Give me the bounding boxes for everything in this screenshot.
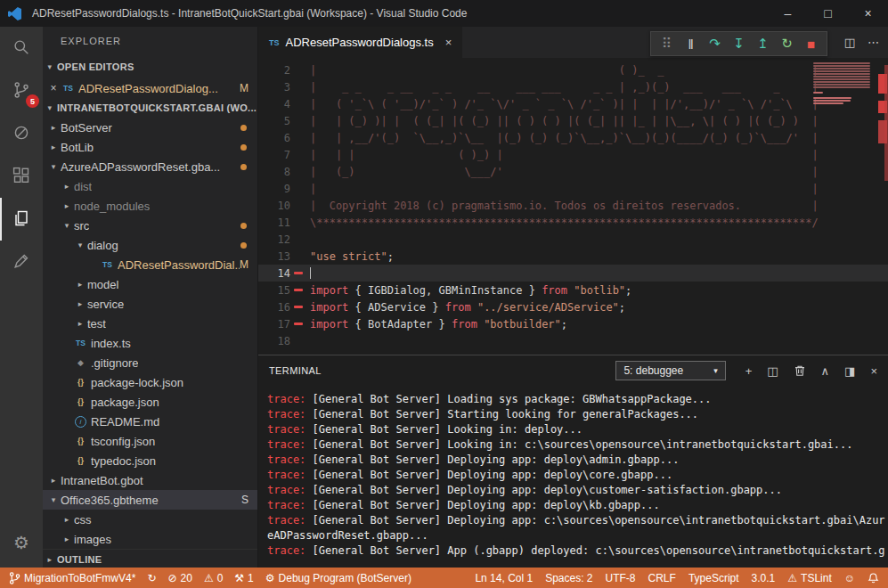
code-line[interactable]: 18 bbox=[258, 332, 888, 349]
step-out-icon[interactable]: ↥ bbox=[751, 33, 775, 54]
line-number[interactable]: 6 bbox=[258, 132, 290, 144]
drag-handle-icon[interactable]: ⠿ bbox=[655, 33, 679, 54]
activity-bar-item-search[interactable] bbox=[0, 27, 43, 69]
pause-icon[interactable]: ‖ bbox=[679, 33, 703, 54]
tree-item[interactable]: ▾dialog bbox=[43, 235, 257, 255]
tree-item[interactable]: {}package-lock.json bbox=[43, 372, 257, 392]
tree-item[interactable]: ◆.gitignore bbox=[43, 353, 257, 372]
tree-item[interactable]: ▸dist bbox=[43, 176, 257, 196]
line-number[interactable]: 17 bbox=[258, 318, 290, 331]
code-line[interactable]: 16import { ADService } from "../service/… bbox=[258, 298, 888, 315]
tree-item[interactable]: ▸css bbox=[43, 510, 257, 529]
line-number[interactable]: 10 bbox=[258, 200, 290, 212]
split-editor-icon[interactable]: ◫ bbox=[844, 36, 855, 49]
outline-section-header[interactable]: ▸ OUTLINE bbox=[43, 549, 257, 568]
status-errors[interactable]: ⊘20 bbox=[167, 572, 191, 584]
settings-gear-icon[interactable]: ⚙ bbox=[0, 523, 43, 562]
line-number[interactable]: 5 bbox=[258, 115, 290, 127]
close-icon[interactable]: × bbox=[445, 36, 452, 49]
code-line[interactable]: 12 bbox=[258, 231, 888, 248]
code-line[interactable]: 11\*************************************… bbox=[258, 214, 888, 231]
close-icon[interactable]: × bbox=[46, 82, 61, 94]
terminal-session-select[interactable]: 5: debuggee ▾ bbox=[615, 361, 725, 380]
status-indentation[interactable]: Spaces: 2 bbox=[545, 572, 592, 584]
line-number[interactable]: 7 bbox=[258, 149, 290, 161]
status-warnings[interactable]: ⚠0 bbox=[204, 572, 223, 584]
line-number[interactable]: 4 bbox=[258, 98, 290, 110]
maximize-panel-icon[interactable]: ∧ bbox=[821, 364, 830, 378]
minimize-button[interactable]: – bbox=[768, 0, 808, 27]
line-number[interactable]: 15 bbox=[258, 284, 290, 297]
line-number[interactable]: 12 bbox=[258, 233, 290, 246]
line-number[interactable]: 14 bbox=[258, 267, 290, 280]
status-notifications[interactable] bbox=[868, 572, 879, 584]
minimap[interactable] bbox=[810, 58, 876, 355]
code-line[interactable]: 17import { BotAdapter } from "botbuilder… bbox=[258, 315, 888, 332]
code-line[interactable]: 8| (_) \___/' | bbox=[258, 163, 888, 180]
stop-icon[interactable]: ■ bbox=[799, 33, 823, 54]
tree-item[interactable]: ▸test bbox=[43, 314, 257, 333]
line-number[interactable]: 2 bbox=[258, 64, 290, 77]
code-line[interactable]: 9| | bbox=[258, 180, 888, 197]
tree-item[interactable]: ▸IntranetBot.gbot bbox=[43, 470, 257, 490]
split-terminal-icon[interactable]: ◫ bbox=[767, 364, 778, 378]
step-over-icon[interactable]: ↷ bbox=[703, 33, 727, 54]
toggle-panel-icon[interactable]: ◨ bbox=[844, 364, 855, 378]
open-editors-header[interactable]: ▾ OPEN EDITORS bbox=[43, 55, 257, 78]
workspace-section-header[interactable]: ▾ INTRANETBOTQUICKSTART.GBAI (WO... bbox=[43, 98, 257, 118]
new-terminal-icon[interactable]: + bbox=[745, 364, 753, 378]
tree-item[interactable]: TSADResetPasswordDial...M bbox=[43, 255, 257, 274]
tree-item[interactable]: TSindex.ts bbox=[43, 333, 257, 353]
activity-bar-item-source-control[interactable]: 5 bbox=[0, 69, 43, 112]
status-language[interactable]: TypeScript bbox=[688, 572, 739, 584]
code-editor[interactable]: 2| ( )_ _ |3| _ _ _ __ _ _ __ ___ ___ _ … bbox=[258, 58, 888, 355]
tree-item[interactable]: ▾AzureADPasswordReset.gba... bbox=[43, 157, 257, 176]
tree-item[interactable]: iREADME.md bbox=[43, 412, 257, 431]
code-line[interactable]: 10| Copyright 2018 (c) pragmatismo.io. T… bbox=[258, 197, 888, 214]
status-encoding[interactable]: UTF-8 bbox=[606, 572, 636, 584]
open-editor-item[interactable]: × TS ADResetPasswordDialog... M bbox=[43, 78, 257, 98]
code-line[interactable]: 3| _ _ _ __ _ _ __ ___ ___ _ _ | ,_)(_) … bbox=[258, 78, 888, 95]
status-sync[interactable]: ↻ bbox=[147, 572, 156, 584]
status-feedback[interactable]: ☺ bbox=[844, 572, 855, 584]
tab-adresetpassworddialogs[interactable]: TS ADResetPasswordDialogs.ts × bbox=[258, 27, 462, 58]
status-tslint[interactable]: ⚠TSLint bbox=[787, 572, 831, 584]
close-button[interactable]: × bbox=[848, 0, 888, 27]
more-actions-icon[interactable]: ⋯ bbox=[868, 36, 879, 49]
status-eol[interactable]: CRLF bbox=[648, 572, 676, 584]
line-number[interactable]: 11 bbox=[258, 216, 290, 229]
tree-item[interactable]: ▸node_modules bbox=[43, 196, 257, 216]
line-number[interactable]: 3 bbox=[258, 81, 290, 94]
status-debug-status[interactable]: ⚙Debug Program (BotServer) bbox=[265, 572, 411, 584]
tree-item[interactable]: ▸BotServer bbox=[43, 118, 257, 137]
tree-item[interactable]: {}tsconfig.json bbox=[43, 431, 257, 451]
status-tasks[interactable]: ⚒1 bbox=[234, 572, 253, 584]
code-line[interactable]: 15import { IGBDialog, GBMinInstance } fr… bbox=[258, 282, 888, 298]
tab-terminal[interactable]: TERMINAL bbox=[269, 355, 322, 386]
scrollbar[interactable] bbox=[884, 65, 888, 181]
maximize-button[interactable]: □ bbox=[808, 0, 848, 27]
line-number[interactable]: 8 bbox=[258, 166, 290, 178]
status-git-branch[interactable]: MigrationToBotFmwV4* bbox=[9, 572, 135, 584]
tree-item[interactable]: ▸model bbox=[43, 274, 257, 294]
tree-item[interactable]: ▸images bbox=[43, 529, 257, 549]
code-line[interactable]: 14 bbox=[258, 265, 888, 282]
line-number[interactable]: 13 bbox=[258, 250, 290, 263]
activity-bar-item-debug[interactable] bbox=[0, 112, 43, 155]
code-line[interactable]: 13"use strict"; bbox=[258, 248, 888, 265]
line-number[interactable]: 16 bbox=[258, 301, 290, 314]
tree-item[interactable]: ▾src bbox=[43, 216, 257, 235]
terminal-content[interactable]: trace: [General Bot Server] Loading sys … bbox=[258, 386, 888, 568]
code-line[interactable]: 5| | (_) )| | ( (_| |( (_) || ( ) ( ) |(… bbox=[258, 112, 888, 129]
tree-item[interactable]: ▾Office365.gbthemeS bbox=[43, 490, 257, 510]
activity-bar-item-edit[interactable] bbox=[0, 241, 43, 283]
code-line[interactable]: 2| ( )_ _ | bbox=[258, 61, 888, 78]
activity-bar-item-extensions[interactable] bbox=[0, 155, 43, 198]
line-number[interactable]: 18 bbox=[258, 335, 290, 347]
status-version[interactable]: 3.0.1 bbox=[752, 572, 776, 584]
status-cursor-position[interactable]: Ln 14, Col 1 bbox=[475, 572, 533, 584]
code-line[interactable]: 4| ( '_`\ ( '__)/'_` ) /'_ `\/' _ ` _ `\… bbox=[258, 95, 888, 112]
line-number[interactable]: 9 bbox=[258, 183, 290, 195]
tree-item[interactable]: ▸BotLib bbox=[43, 137, 257, 157]
tree-item[interactable]: ▸service bbox=[43, 294, 257, 314]
